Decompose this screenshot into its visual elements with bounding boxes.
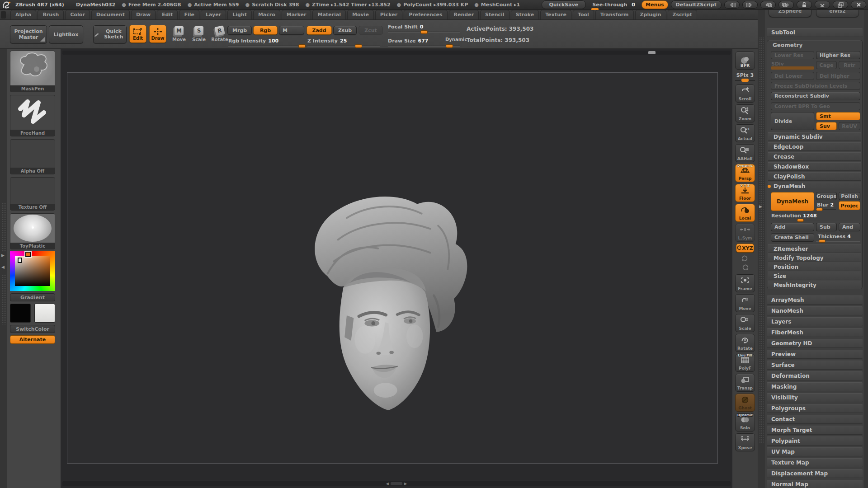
sv-selector[interactable] (18, 258, 22, 263)
scale-button[interactable]: S Scale (189, 26, 209, 42)
shelf-button-persp[interactable]: Dynamic Persp (735, 164, 755, 182)
shelf-button-ghost[interactable]: Ghost (735, 394, 755, 412)
right-tray-divider[interactable]: ▶ (758, 10, 765, 488)
shelf-button-solo[interactable]: Dynamic Solo (735, 413, 755, 432)
brush-thumbnail[interactable]: MaskPen (10, 51, 55, 92)
resolution-handle[interactable] (797, 219, 804, 222)
stroke-thumbnail[interactable]: FreeHand (10, 95, 55, 136)
shelf-button-zoom[interactable]: Zoom (735, 104, 755, 122)
rgb-intensity-handle[interactable] (298, 44, 306, 48)
shelf-button-local[interactable]: Local (735, 204, 755, 222)
texture-thumbnail[interactable]: Texture Off (10, 177, 55, 211)
quicksave-button[interactable]: QuickSave (542, 0, 586, 9)
menu-item[interactable]: Draw (131, 10, 156, 19)
left-tray-divider[interactable]: ▶ ◀ (0, 49, 7, 488)
draw-button[interactable]: Draw (149, 25, 166, 43)
menu-item[interactable]: Stroke (511, 10, 539, 19)
sdiv-slider[interactable] (771, 66, 814, 70)
polish-button[interactable]: Polish (839, 192, 860, 200)
panel-scrollbar[interactable] (864, 10, 868, 488)
suv-button[interactable]: Suv (816, 122, 837, 130)
tray-open-arrow-icon[interactable]: ▶ (1, 253, 5, 258)
menu-item[interactable]: Light (227, 10, 252, 19)
subsection-bar[interactable]: MeshIntegrity (768, 281, 861, 289)
palette-section[interactable]: ArrayMesh (767, 296, 863, 305)
palette-section[interactable]: Morph Target (767, 426, 863, 435)
subsection-bar[interactable]: Modify Topology (768, 253, 861, 262)
focal-shift-handle[interactable] (420, 30, 428, 34)
rgb-button[interactable]: Rgb (253, 26, 278, 35)
palette-section[interactable]: Visibility (767, 393, 863, 402)
next-ui-button[interactable] (778, 1, 794, 9)
gradient-button[interactable]: Gradient (10, 293, 55, 301)
rstr-button[interactable]: Rstr (839, 61, 860, 69)
see-through-slider[interactable]: See-through0 (589, 2, 639, 8)
menus-button[interactable]: Menus (642, 0, 668, 9)
sub-button[interactable]: Sub (816, 223, 837, 231)
canvas-top-scrollbar[interactable] (62, 51, 731, 55)
focal-shift-slider[interactable]: Focal Shift0 (388, 24, 460, 33)
scroll-left-arrow-icon[interactable]: ◀ (386, 482, 389, 486)
menu-item[interactable]: Stencil (480, 10, 509, 19)
blur-label[interactable]: Blur2 (817, 202, 834, 208)
project-button[interactable]: Projec (839, 201, 860, 210)
resolution-label[interactable]: Resolution1248 (771, 213, 817, 219)
tool-select-button[interactable]: ZSphere (769, 10, 811, 17)
zcut-button[interactable]: Zcut (359, 26, 383, 35)
close-button[interactable] (851, 1, 866, 9)
higher-res-button[interactable]: Higher Res (816, 51, 860, 59)
shelf-button-xpose[interactable]: Xpose (735, 433, 755, 451)
menu-item[interactable]: Picker (375, 10, 402, 19)
lock-icon[interactable] (797, 1, 812, 9)
menu-item[interactable]: Transform (595, 10, 634, 19)
groups-button[interactable]: Groups (816, 192, 837, 200)
menu-item[interactable]: Alpha (10, 10, 36, 19)
edit-button[interactable]: Edit (129, 25, 146, 43)
draw-size-handle[interactable] (446, 44, 453, 48)
palette-section[interactable]: Geometry HD (767, 339, 863, 348)
menu-item[interactable]: Render (449, 10, 479, 19)
menu-item[interactable]: Macro (253, 10, 280, 19)
menu-item[interactable]: File (179, 10, 199, 19)
zsub-button[interactable]: Zsub (333, 26, 357, 35)
menu-item[interactable]: Zscript (668, 10, 697, 19)
m-button[interactable]: M (279, 26, 304, 35)
mrgb-button[interactable]: Mrgb (227, 26, 252, 35)
shelf-button-rotate[interactable]: Rotate (735, 334, 755, 352)
default-zscript-button[interactable]: DefaultZScript (671, 0, 722, 9)
switchcolor-button[interactable]: SwitchColor (10, 325, 55, 333)
menu-item[interactable]: Material (312, 10, 345, 19)
shelf-button-scroll[interactable]: Scroll (735, 84, 755, 103)
subsection-bar[interactable]: Crease (768, 152, 861, 161)
previous-ui-button[interactable] (760, 1, 776, 9)
subsection-bar[interactable]: Dynamic Subdiv (768, 132, 861, 141)
dynamesh-button[interactable]: DynaMesh (771, 192, 814, 211)
add-button[interactable]: Add (771, 223, 814, 231)
menu-item[interactable]: Document (91, 10, 130, 19)
shelf-button-lsym[interactable]: L.Sym (735, 224, 755, 242)
tray-scroll-right-button[interactable] (742, 1, 758, 9)
xyz-button[interactable]: XYZ (736, 244, 754, 253)
bottom-scrollbar-handle[interactable] (391, 482, 402, 485)
freeze-subdivision-button[interactable]: Freeze SubDivision Levels (771, 82, 860, 90)
canvas-bottom-scrollbar[interactable]: ◀ ▶ (62, 481, 731, 486)
main-color-swatch[interactable] (10, 304, 31, 323)
subsection-bar[interactable]: Size (768, 272, 861, 280)
cage-button[interactable]: Cage (816, 61, 837, 69)
tray-arrow-icon[interactable]: ▶ (759, 204, 762, 209)
tool-select-button[interactable]: elvis2 (816, 10, 859, 17)
palette-section[interactable]: Polygroups (767, 404, 863, 413)
palette-section[interactable]: Normal Map (767, 480, 863, 488)
del-higher-button[interactable]: Del Higher (816, 72, 860, 80)
palette-section[interactable]: Texture Map (767, 458, 863, 467)
reuv-button[interactable]: ReUV (839, 122, 860, 130)
alpha-thumbnail[interactable]: Alpha Off (10, 139, 55, 174)
subsection-bar[interactable]: ClayPolish (768, 172, 861, 181)
document-canvas[interactable]: ◀ ▶ (61, 49, 732, 488)
restore-button[interactable] (833, 1, 848, 9)
material-thumbnail[interactable]: ToyPlastic (10, 213, 55, 249)
palette-section[interactable]: Contact (767, 415, 863, 424)
shelf-button-floor[interactable]: X Y Z Floor (735, 184, 755, 202)
palette-section[interactable]: FiberMesh (767, 328, 863, 337)
menu-item[interactable]: Preferences (404, 10, 447, 19)
